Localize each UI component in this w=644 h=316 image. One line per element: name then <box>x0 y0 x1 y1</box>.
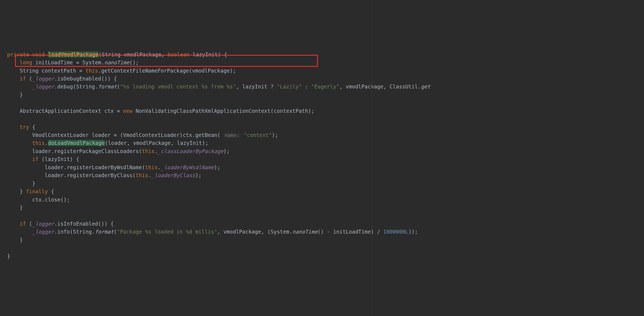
punct: ( <box>217 132 224 138</box>
var-loader: loader <box>92 132 111 138</box>
keyword-void: void <box>32 51 45 58</box>
method-getBean: getBean <box>195 132 217 138</box>
arg-lazyInit: lazyInit <box>177 140 202 146</box>
method-nanoTime: nanoTime <box>104 59 130 65</box>
field-classLoaderByPackage: _classLoaderByPackage <box>158 148 223 154</box>
punct: ()) { <box>98 221 114 227</box>
punct: (); <box>61 197 70 203</box>
parameter-hint-name: name: <box>223 132 240 138</box>
punct: ( <box>70 229 73 235</box>
punct: ); <box>202 140 208 146</box>
ref-loader: loader <box>32 148 51 154</box>
punct: . <box>418 84 421 90</box>
method-isInfoEnabled: isInfoEnabled <box>57 221 98 227</box>
punct: ); <box>308 108 314 114</box>
ref-ctx: ctx <box>183 132 192 138</box>
punct: } <box>7 253 10 259</box>
keyword-new: new <box>123 108 132 114</box>
method-get-truncated: get <box>421 84 430 90</box>
punct: . <box>289 229 292 235</box>
ref-ctx: ctx <box>32 197 42 203</box>
punct: . <box>101 59 104 65</box>
method-nanoTime: nanoTime <box>292 229 318 235</box>
punct: ( <box>189 68 192 74</box>
arg-loader: loader <box>108 140 127 146</box>
param-lazyInit: lazyInit <box>193 51 218 58</box>
punct: , <box>127 140 133 146</box>
punct: , <box>383 84 390 90</box>
ref-loader: loader <box>45 164 64 170</box>
string-literal-eagerly: "Eagerly" <box>311 84 340 90</box>
punct: : <box>302 84 311 90</box>
field-loaderByClass: _loaderByClass <box>151 172 195 178</box>
keyword-this: this <box>136 172 148 178</box>
field-logger: _logger <box>32 229 54 235</box>
arg-vmodlPackage: vmodlPackage <box>346 84 383 90</box>
method-format: format <box>98 84 117 90</box>
type-string: String <box>20 68 39 74</box>
keyword-this: this <box>86 68 98 74</box>
punct: (); <box>129 59 139 65</box>
punct: ( <box>117 84 120 90</box>
punct: . <box>155 148 158 154</box>
method-registerLoaderByClass: registerLoaderByClass <box>67 172 132 178</box>
method-declaration-name: loadVmodlPackage <box>48 51 99 58</box>
punct: ) { <box>218 51 227 58</box>
punct: ); <box>230 68 236 74</box>
string-literal-debug: "%s loading vmodl context %s from %s" <box>120 84 236 90</box>
punct: ( <box>142 164 145 170</box>
punct: ( <box>42 156 45 162</box>
type-string: String <box>102 51 121 58</box>
punct: ( <box>29 76 32 82</box>
arg-vmodlPackage: vmodlPackage <box>133 140 171 146</box>
keyword-private: private <box>7 51 29 58</box>
type-abstractApplicationContext: AbstractApplicationContext <box>20 108 101 114</box>
keyword-try: try <box>20 124 29 130</box>
method-doLoadVmodlPackage: doLoadVmodlPackage <box>48 140 105 146</box>
punct: . <box>192 132 195 138</box>
var-contextPath: contextPath <box>42 68 76 74</box>
punct: = <box>76 59 79 65</box>
punct: . <box>98 68 101 74</box>
punct: ( <box>114 229 117 235</box>
type-vmodlContextLoader: VmodlContextLoader <box>32 132 89 138</box>
punct: ) <box>179 132 183 138</box>
punct: . <box>51 148 54 154</box>
method-registerPackageClassLoaders: registerPackageClassLoaders <box>54 148 139 154</box>
punct: . <box>148 172 151 178</box>
punct: ); <box>214 164 220 170</box>
punct: ); <box>272 132 278 138</box>
punct: } <box>20 92 23 98</box>
punct: , <box>236 84 242 90</box>
punct: } <box>32 180 35 186</box>
field-logger: _logger <box>32 84 54 90</box>
punct: . <box>54 76 57 82</box>
punct: , <box>340 84 346 90</box>
punct: } <box>20 188 23 194</box>
class-system: System <box>270 229 289 235</box>
punct: ); <box>223 148 230 154</box>
ref-loader: loader <box>45 172 64 178</box>
punct: . <box>64 172 67 178</box>
code-editor-content[interactable]: private void loadVmodlPackage(String vmo… <box>7 51 644 260</box>
punct: )); <box>408 229 418 235</box>
punct: ( <box>105 140 108 146</box>
punct: ( <box>73 84 76 90</box>
punct: , <box>217 229 224 235</box>
punct: , <box>171 140 177 146</box>
var-initLoadTime: initLoadTime <box>35 59 73 65</box>
method-format: format <box>95 229 114 235</box>
ref-initLoadTime: initLoadTime <box>333 229 371 235</box>
var-ctx: ctx <box>104 108 114 114</box>
keyword-finally: finally <box>26 188 48 194</box>
field-logger: _logger <box>32 76 54 82</box>
string-literal-info: "Package %s loaded in %d millis" <box>117 229 217 235</box>
method-info: info <box>57 229 70 235</box>
string-literal-context: "context" <box>244 132 272 138</box>
punct: ( <box>99 51 102 58</box>
keyword-boolean: boolean <box>168 51 190 58</box>
punct: . <box>54 229 57 235</box>
punct: . <box>158 164 161 170</box>
punct: ( <box>29 221 32 227</box>
punct: ( <box>133 172 136 178</box>
